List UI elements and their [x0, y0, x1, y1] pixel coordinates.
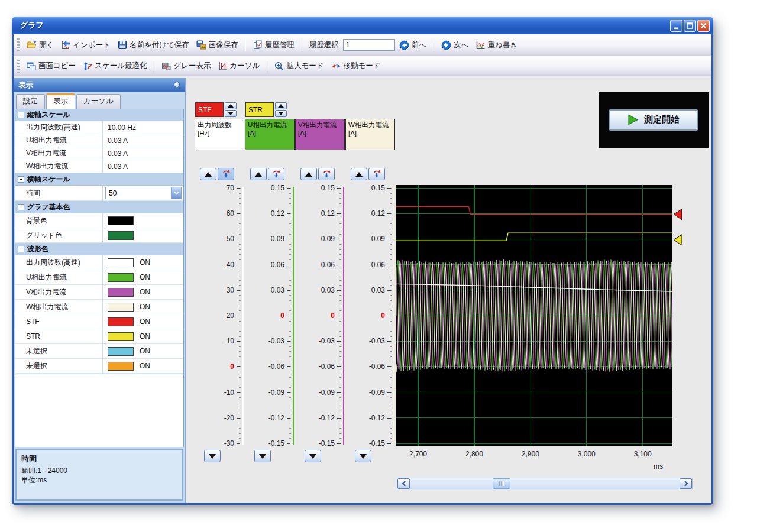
axis-autoscale-button-1[interactable] [268, 168, 284, 180]
color-swatch[interactable] [108, 362, 134, 371]
spinner-up-button[interactable] [275, 102, 287, 109]
prev-button[interactable]: 前へ [396, 38, 429, 52]
property-value[interactable]: 0.03 A [103, 147, 183, 160]
channel-box-u-current[interactable]: U相出力電流 [A] [245, 119, 295, 150]
collapse-icon[interactable] [18, 112, 24, 118]
channel-box-frequency[interactable]: 出力周波数 [Hz] [195, 119, 244, 150]
spinner-down-button[interactable] [225, 110, 237, 117]
maximize-button[interactable] [684, 20, 696, 32]
gray-display-icon [161, 61, 171, 71]
autoscale-icon [222, 170, 231, 179]
tick-dash [387, 213, 391, 214]
gray-display-button[interactable]: グレー表示 [158, 59, 213, 73]
color-swatch[interactable] [108, 231, 134, 240]
minimize-button[interactable] [670, 20, 682, 32]
property-row: 時間 50 [15, 186, 183, 201]
color-swatch[interactable] [108, 347, 134, 356]
axis-down-button-0[interactable] [204, 450, 221, 462]
axis-down-button-2[interactable] [305, 450, 321, 462]
history-manage-button[interactable]: 履歴管理 [250, 38, 297, 52]
axis-up-button-2[interactable] [300, 168, 317, 180]
close-button[interactable] [697, 20, 710, 32]
scroll-right-button[interactable] [680, 478, 692, 489]
screen-copy-button[interactable]: 画面コピー [24, 59, 79, 73]
cursor-mode-button[interactable]: カーソル [215, 59, 263, 73]
display-panel: 表示 設定 表示 カーソル 縦軸スケール 出力周波数(高速) 10.00 Hz … [14, 78, 186, 503]
channel-box-w-current[interactable]: W相出力電流 [A] [345, 119, 395, 150]
property-label: W相出力電流 [15, 300, 103, 314]
color-swatch[interactable] [108, 273, 134, 282]
color-swatch[interactable] [108, 332, 134, 341]
save-floppy-icon [118, 40, 127, 50]
collapse-icon[interactable] [18, 176, 24, 183]
axis-up-button-1[interactable] [250, 168, 267, 180]
axis-up-button-3[interactable] [351, 168, 367, 180]
tick-dash [337, 418, 341, 419]
tick-dash [337, 188, 341, 189]
axis-down-button-1[interactable] [254, 450, 271, 462]
scrollbar-thumb[interactable] [493, 478, 510, 489]
axis-autoscale-button-0[interactable] [218, 168, 234, 180]
stf-label-box[interactable]: STF [195, 102, 224, 117]
section-graph-base-colors[interactable]: グラフ基本色 [15, 201, 183, 213]
color-swatch[interactable] [108, 258, 134, 267]
tick-dash [237, 290, 240, 291]
start-measurement-button[interactable]: 測定開始 [609, 109, 698, 131]
toolbar-grip[interactable] [17, 38, 20, 51]
property-value[interactable]: 10.00 Hz [103, 121, 183, 134]
start-measurement-label: 測定開始 [644, 114, 680, 125]
import-button[interactable]: インポート [58, 38, 114, 52]
tick-label: 0.15 [351, 184, 385, 192]
tick-dash [387, 239, 391, 239]
move-mode-button[interactable]: 移動モード [328, 59, 384, 73]
scale-optimize-button[interactable]: スケール最適化 [80, 59, 150, 73]
time-scale-dropdown[interactable]: 50 [105, 187, 182, 199]
graph-area: STF STR 出力周波数 [Hz] U相出力電流 [A] V相出力電流 [A] [186, 78, 711, 503]
cursor-icon [218, 61, 228, 71]
history-select-input[interactable] [343, 39, 395, 51]
axis-down-button-3[interactable] [355, 450, 371, 462]
waveform-chart[interactable] [396, 185, 672, 446]
color-swatch[interactable] [108, 216, 134, 225]
scroll-left-button[interactable] [397, 478, 410, 489]
property-value[interactable]: 0.03 A [103, 134, 183, 147]
spinner-up-button[interactable] [225, 102, 237, 109]
save-image-button[interactable]: 画像保存 [193, 38, 241, 52]
tick-label: 60 [200, 209, 234, 218]
tab-display[interactable]: 表示 [46, 93, 75, 109]
color-swatch[interactable] [108, 288, 134, 297]
tab-settings[interactable]: 設定 [16, 94, 45, 109]
overlay-draw-button[interactable]: 重ね書き [473, 38, 520, 52]
overlay-chart-icon [475, 40, 485, 50]
axis-autoscale-button-2[interactable] [318, 168, 335, 180]
tick-dash [337, 290, 341, 291]
triangle-up-icon [278, 104, 284, 108]
section-vertical-scale[interactable]: 縦軸スケール [15, 109, 183, 121]
screen-copy-label: 画面コピー [38, 61, 76, 71]
str-label-box[interactable]: STR [245, 102, 274, 117]
horizontal-scrollbar [397, 478, 693, 489]
scrollbar-track[interactable] [410, 478, 680, 489]
toolbar-grip[interactable] [17, 60, 20, 73]
dropdown-button[interactable] [171, 187, 181, 199]
section-waveform-colors[interactable]: 波形色 [15, 243, 183, 255]
zoom-mode-button[interactable]: 拡大モード [271, 59, 326, 73]
channel-box-v-current[interactable]: V相出力電流 [A] [295, 119, 345, 150]
title-bar[interactable]: グラフ [12, 17, 713, 34]
overlay-label: 重ね書き [487, 40, 517, 50]
collapse-icon[interactable] [18, 246, 24, 252]
axis-autoscale-button-3[interactable] [368, 168, 385, 180]
color-swatch[interactable] [108, 317, 134, 326]
section-horizontal-scale[interactable]: 横軸スケール [15, 173, 183, 186]
tab-cursor[interactable]: カーソル [76, 94, 121, 109]
spinner-down-button[interactable] [275, 110, 287, 117]
save-as-button[interactable]: 名前を付けて保存 [115, 38, 192, 52]
axis-up-button-0[interactable] [200, 168, 216, 180]
channel-unit: [Hz] [198, 129, 242, 138]
next-button[interactable]: 次へ [438, 38, 471, 52]
collapse-icon[interactable] [18, 204, 24, 210]
open-button[interactable]: 開く [24, 38, 57, 52]
pin-icon[interactable] [173, 81, 182, 90]
color-swatch[interactable] [108, 303, 134, 312]
property-value[interactable]: 0.03 A [103, 160, 183, 173]
